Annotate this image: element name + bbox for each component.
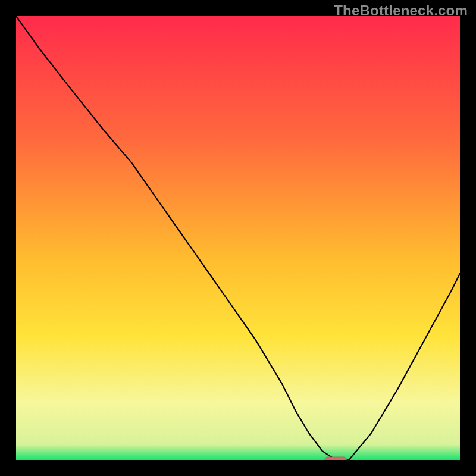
chart-svg bbox=[16, 16, 460, 460]
chart-frame: TheBottleneck.com bbox=[0, 0, 476, 476]
optimal-marker bbox=[324, 457, 346, 460]
gradient-rect bbox=[16, 16, 460, 460]
plot-area bbox=[16, 16, 460, 460]
